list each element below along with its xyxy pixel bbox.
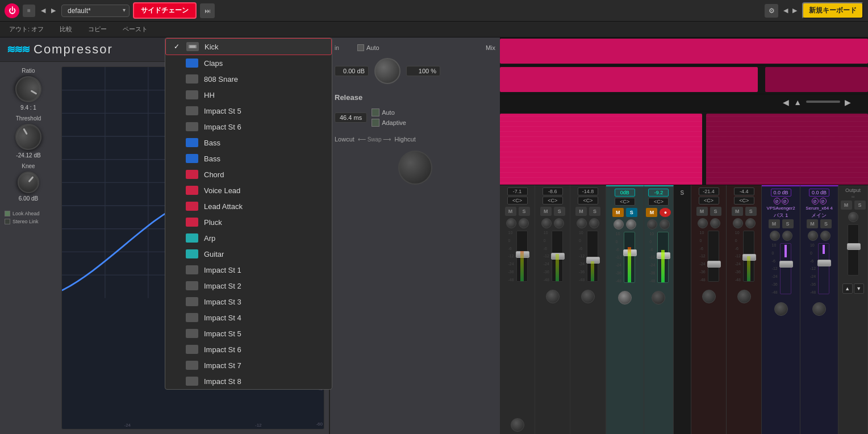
ch7-s-btn[interactable]: S (745, 207, 757, 216)
serum-knob-1[interactable] (808, 231, 818, 241)
power-button[interactable]: ⏻ (5, 3, 19, 18)
lookahead-item[interactable]: Look Ahead (5, 211, 52, 216)
mix-knob[interactable] (374, 58, 400, 84)
dropdown-item-impact-st1[interactable]: Impact St 1 (165, 262, 332, 278)
paste-label[interactable]: ペースト (119, 24, 151, 35)
adaptive-option[interactable]: Adaptive (372, 119, 406, 127)
ch6-m-btn[interactable]: M (696, 207, 708, 216)
ch7-knob-2[interactable] (745, 218, 756, 228)
ch4-knob-2[interactable] (626, 219, 636, 229)
clip-3[interactable] (765, 67, 868, 92)
ch2-m-btn[interactable]: M (540, 207, 552, 216)
large-clip-2[interactable] (706, 114, 868, 185)
ch6-fader-handle[interactable] (707, 261, 721, 268)
ch5-bottom-knob[interactable] (652, 291, 665, 304)
back-arrow[interactable]: ◀ (39, 6, 48, 15)
serum-s-btn[interactable]: S (820, 219, 832, 228)
vps-phase-btn[interactable]: ⊘ (774, 198, 781, 205)
ch4-m-btn[interactable]: M (612, 208, 624, 217)
ch1-bottom-knob[interactable] (511, 418, 524, 432)
large-clip-1[interactable] (500, 114, 702, 185)
ch7-bottom-knob[interactable] (737, 290, 751, 303)
arr-right-btn[interactable]: ▶ (791, 6, 799, 15)
skip-button[interactable]: ⏭ (200, 3, 215, 18)
dropdown-item-impact-st8[interactable]: Impact St 8 (165, 373, 332, 389)
dropdown-item-impact-st5b[interactable]: Impact St 5 (165, 326, 332, 341)
vps-bottom-knob[interactable] (774, 302, 788, 316)
ch2-knob-1[interactable] (541, 218, 552, 228)
vps-fader-handle[interactable] (779, 261, 793, 268)
output-btn-2[interactable]: ▼ (854, 283, 864, 294)
ch2-knob-2[interactable] (554, 218, 564, 228)
ch2-bottom-knob[interactable] (546, 290, 560, 303)
dropdown-item-impact5[interactable]: Impact St 5 (165, 103, 332, 119)
clip-2[interactable] (500, 67, 758, 92)
compare-label[interactable]: 比較 (56, 24, 76, 35)
ch3-m-btn[interactable]: M (575, 207, 587, 216)
dropdown-item-bass2[interactable]: Bass (165, 151, 332, 166)
ch1-knob-2[interactable] (519, 218, 529, 228)
dropdown-item-impact-st6b[interactable]: Impact St 6 (165, 341, 332, 357)
ch7-knob-1[interactable] (733, 218, 743, 228)
serum-knob-2[interactable] (820, 231, 831, 241)
dropdown-item-kick[interactable]: ✓ Kick (165, 38, 332, 55)
ch2-s-btn[interactable]: S (554, 207, 565, 216)
gear-button[interactable]: ⚙ (765, 4, 778, 18)
knee-knob[interactable] (13, 167, 44, 198)
arr-nav-left[interactable]: ◀ (783, 98, 789, 107)
ch6-s-btn[interactable]: S (710, 207, 721, 216)
ch6-knob-1[interactable] (698, 218, 708, 228)
ch4-bottom-knob[interactable] (618, 291, 632, 304)
dropdown-item-impact-st3[interactable]: Impact St 3 (165, 294, 332, 310)
dropdown-item-chord[interactable]: Chord (165, 166, 332, 182)
stereolink-item[interactable]: Stereo Link (5, 219, 52, 224)
output-btn-1[interactable]: ▲ (842, 283, 853, 294)
arr-nav-right[interactable]: ▶ (845, 98, 851, 107)
ch5-knob-1[interactable] (647, 219, 657, 229)
serum-fader-handle[interactable] (817, 260, 831, 266)
auto-option[interactable]: Auto (372, 108, 406, 116)
dropdown-item-impact-st7[interactable]: Impact St 7 (165, 357, 332, 373)
threshold-knob[interactable] (11, 119, 47, 155)
ratio-knob[interactable] (11, 72, 47, 107)
dropdown-item-808snare[interactable]: 808 Snare (165, 71, 332, 87)
vps-knob-1[interactable] (770, 231, 780, 241)
ch4-knob-1[interactable] (614, 219, 624, 229)
auto-label[interactable]: アウト: オフ (6, 24, 47, 35)
ch5-m-btn[interactable]: M (646, 208, 657, 217)
dropdown-item-claps[interactable]: Claps (165, 55, 332, 71)
ch3-s-btn[interactable]: S (589, 207, 600, 216)
ch5-knob-2[interactable] (660, 219, 670, 229)
ch1-s-btn[interactable]: S (519, 207, 530, 216)
dropdown-item-impact6[interactable]: Impact St 6 (165, 119, 332, 135)
output-m-btn[interactable]: M (841, 201, 852, 210)
ch4-s-btn[interactable]: S (626, 208, 637, 217)
dropdown-item-leadattack[interactable]: Lead Attack (165, 198, 332, 214)
ch6-knob-2[interactable] (710, 218, 720, 228)
lookahead-checkbox[interactable] (5, 211, 10, 216)
forward-arrow[interactable]: ▶ (49, 6, 58, 15)
serum-phase-btn2[interactable]: ⊘ (820, 198, 827, 205)
preset-selector[interactable]: default* (61, 5, 130, 17)
output-fader-handle[interactable] (847, 243, 861, 250)
auto-checkbox[interactable] (357, 44, 364, 51)
arr-slider[interactable] (806, 101, 840, 103)
copy-label[interactable]: コピー (85, 24, 110, 35)
dropdown-item-bass1[interactable]: Bass (165, 135, 332, 151)
vps-s-btn[interactable]: S (782, 219, 794, 228)
vps-phase-btn2[interactable]: ⊘ (782, 198, 788, 205)
arr-left-btn[interactable]: ◀ (782, 6, 790, 15)
ch3-knob-2[interactable] (589, 218, 599, 228)
ch1-knob-1[interactable] (506, 218, 516, 228)
ch5-rec-btn[interactable]: ● (660, 208, 671, 217)
ch7-m-btn[interactable]: M (732, 207, 743, 216)
dropdown-item-guitar[interactable]: Guitar (165, 246, 332, 262)
clip-1[interactable] (500, 39, 868, 64)
ch1-m-btn[interactable]: M (505, 207, 516, 216)
swap-arrows[interactable]: ⟵ Swap ⟶ (358, 136, 391, 143)
auto-check-box[interactable] (372, 108, 379, 116)
media-icon[interactable]: ≡ (23, 5, 35, 17)
stereolink-checkbox[interactable] (5, 219, 10, 224)
arr-nav-up[interactable]: ▲ (794, 98, 802, 107)
serum-phase-btn[interactable]: ⊘ (812, 198, 819, 205)
